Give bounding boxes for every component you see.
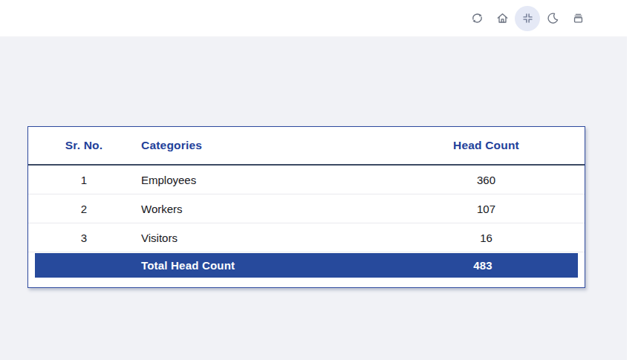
cell-sr-no: 3 [28,232,140,244]
cell-head-count: 16 [388,232,585,244]
header-categories: Categories [140,139,388,152]
app-window: Sr. No. Categories Head Count 1 Employee… [0,0,627,360]
content-area: Sr. No. Categories Head Count 1 Employee… [0,37,627,360]
compress-icon [521,11,535,25]
table-row: 1 Employees 360 [28,166,585,194]
dark-mode-button[interactable] [540,6,565,31]
cell-category: Employees [140,174,388,186]
home-button[interactable] [489,6,515,31]
header-sr-no: Sr. No. [28,139,140,152]
sync-icon [470,11,484,25]
cell-category: Visitors [140,232,388,244]
archive-box-icon [571,11,585,25]
cell-sr-no: 1 [28,174,140,186]
page: Sr. No. Categories Head Count 1 Employee… [0,0,644,360]
topbar [0,0,627,37]
compress-button[interactable] [515,6,540,31]
total-value: 483 [388,259,578,272]
cell-head-count: 360 [388,174,585,186]
header-head-count: Head Count [388,139,585,152]
cell-head-count: 107 [388,203,585,215]
table-header-row: Sr. No. Categories Head Count [28,127,585,166]
table-row: 3 Visitors 16 [28,223,585,252]
headcount-table: Sr. No. Categories Head Count 1 Employee… [27,126,585,288]
cell-category: Workers [140,203,388,215]
sync-button[interactable] [464,6,489,31]
right-gutter [627,0,644,360]
table-row: 2 Workers 107 [28,194,585,223]
moon-icon [546,11,560,25]
total-label: Total Head Count [140,259,388,272]
home-icon [495,11,510,25]
table-total-row: Total Head Count 483 [35,253,578,278]
cell-sr-no: 2 [28,203,140,215]
archive-button[interactable] [565,6,591,31]
